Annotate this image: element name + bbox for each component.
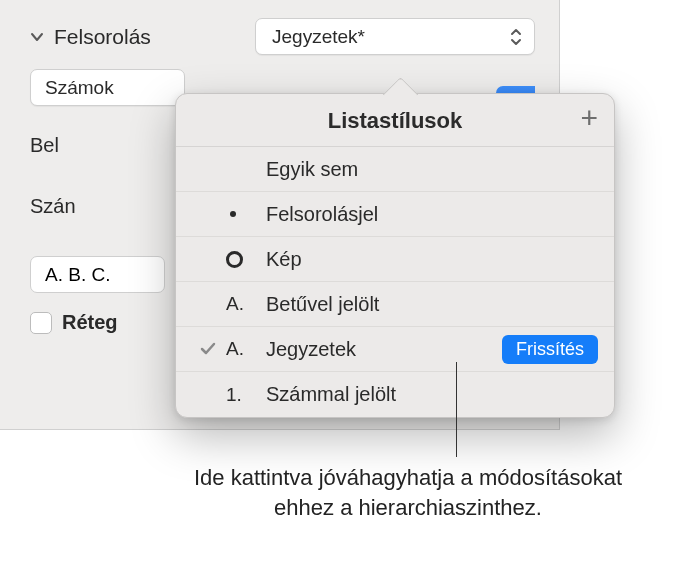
checkmark-icon xyxy=(190,340,226,358)
letters-value: A. B. C. xyxy=(45,264,110,286)
number-icon: 1. xyxy=(226,384,266,406)
list-styles-popover: Listastílusok + Egyik sem Felsorolásjel … xyxy=(175,93,615,418)
letters-dropdown[interactable]: A. B. C. xyxy=(30,256,165,293)
style-item-none[interactable]: Egyik sem xyxy=(176,147,614,192)
style-item-notes[interactable]: A. Jegyzetek Frissítés xyxy=(176,327,614,372)
style-label: Egyik sem xyxy=(266,158,598,181)
style-label: Betűvel jelölt xyxy=(266,293,598,316)
list-section-row: Felsorolás Jegyzetek* xyxy=(30,18,535,55)
section-label: Felsorolás xyxy=(54,25,151,49)
callout-leader-line xyxy=(456,362,457,457)
list-style-dropdown[interactable]: Jegyzetek* xyxy=(255,18,535,55)
callout-text: Ide kattintva jóváhagyhatja a módosításo… xyxy=(178,463,638,522)
dropdown-value: Jegyzetek* xyxy=(272,26,365,48)
style-label: Kép xyxy=(266,248,598,271)
style-item-lettered[interactable]: A. Betűvel jelölt xyxy=(176,282,614,327)
style-item-bullet[interactable]: Felsorolásjel xyxy=(176,192,614,237)
style-item-image[interactable]: Kép xyxy=(176,237,614,282)
image-bullet-icon xyxy=(226,251,266,268)
letter-icon: A. xyxy=(226,293,266,315)
letter-icon: A. xyxy=(226,338,266,360)
numbers-label: Számok xyxy=(45,77,114,99)
chevron-down-icon xyxy=(30,30,44,44)
style-item-numbered[interactable]: 1. Számmal jelölt xyxy=(176,372,614,417)
popover-title: Listastílusok xyxy=(328,108,462,133)
style-label: Felsorolásjel xyxy=(266,203,598,226)
updown-icon xyxy=(510,28,522,46)
layer-checkbox[interactable] xyxy=(30,312,52,334)
style-label: Számmal jelölt xyxy=(266,383,598,406)
style-label: Jegyzetek xyxy=(266,338,502,361)
numbers-dropdown[interactable]: Számok xyxy=(30,69,185,106)
popover-header: Listastílusok + xyxy=(176,94,614,147)
disclosure-toggle[interactable] xyxy=(30,30,54,44)
bullet-icon xyxy=(226,211,266,217)
update-style-button[interactable]: Frissítés xyxy=(502,335,598,364)
style-list: Egyik sem Felsorolásjel Kép A. Betűvel j… xyxy=(176,147,614,417)
layer-label: Réteg xyxy=(62,311,118,334)
add-style-button[interactable]: + xyxy=(580,106,598,130)
